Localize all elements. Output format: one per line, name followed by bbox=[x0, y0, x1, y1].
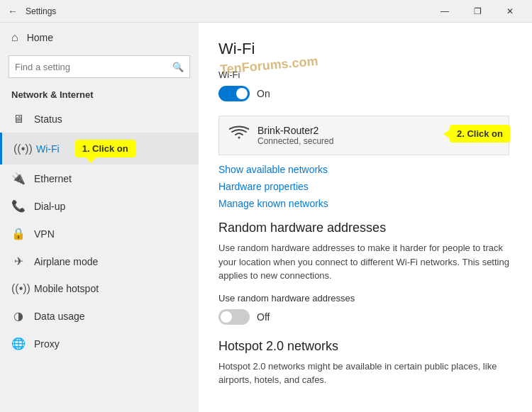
sidebar-item-proxy[interactable]: 🌐 Proxy bbox=[0, 330, 199, 357]
hotspot20-desc: Hotspot 2.0 networks might be available … bbox=[218, 360, 509, 387]
maximize-button[interactable]: ❐ bbox=[461, 0, 494, 23]
sidebar-label-vpn: VPN bbox=[34, 228, 55, 240]
sidebar-label-ethernet: Ethernet bbox=[34, 173, 72, 184]
window-controls: — ❐ ✕ bbox=[428, 0, 526, 23]
sidebar-label-airplane: Airplane mode bbox=[34, 256, 98, 267]
search-input[interactable] bbox=[15, 62, 172, 72]
random-hardware-heading: Random hardware addresses bbox=[218, 221, 509, 235]
sidebar-section-title: Network & Internet bbox=[0, 87, 199, 106]
home-label: Home bbox=[27, 32, 53, 43]
random-toggle-row: Off bbox=[218, 309, 509, 325]
callout-1: 1. Click on bbox=[75, 140, 135, 157]
sidebar-label-proxy: Proxy bbox=[34, 338, 60, 350]
sidebar-item-datausage[interactable]: ◑ Data usage bbox=[0, 302, 199, 330]
sidebar-item-home[interactable]: ⌂ Home bbox=[0, 23, 199, 52]
airplane-icon: ✈ bbox=[11, 255, 26, 268]
close-button[interactable]: ✕ bbox=[494, 0, 526, 23]
sidebar-item-airplane[interactable]: ✈ Airplane mode bbox=[0, 247, 199, 275]
page-title: Wi-Fi bbox=[218, 40, 509, 58]
content-area: TenForums.com Wi-Fi Wi-Fi On bbox=[199, 23, 532, 412]
links-section: Show available networks Hardware propert… bbox=[218, 164, 509, 209]
random-toggle[interactable] bbox=[218, 309, 250, 325]
app-body: ⌂ Home 🔍 Network & Internet 🖥 Status ((•… bbox=[0, 23, 532, 412]
sidebar-label-datausage: Data usage bbox=[34, 311, 85, 322]
random-toggle-label: Off bbox=[257, 311, 270, 323]
manage-known-networks-link[interactable]: Manage known networks bbox=[218, 198, 509, 209]
dialup-icon: 📞 bbox=[11, 199, 26, 213]
wifi-toggle-thumb bbox=[236, 88, 248, 99]
window-title: Settings bbox=[26, 6, 56, 16]
network-name: Brink-Router2 bbox=[257, 125, 333, 136]
sidebar-item-wifi[interactable]: ((•)) Wi-Fi 1. Click on bbox=[0, 133, 199, 165]
network-details: Brink-Router2 Connected, secured bbox=[257, 125, 333, 146]
sidebar-item-ethernet[interactable]: 🔌 Ethernet bbox=[0, 165, 199, 192]
network-status: Connected, secured bbox=[257, 136, 333, 146]
wifi-signal-icon bbox=[229, 125, 249, 146]
sidebar-item-hotspot[interactable]: ((•)) Mobile hotspot bbox=[0, 275, 199, 302]
ethernet-icon: 🔌 bbox=[11, 172, 26, 185]
show-available-networks-link[interactable]: Show available networks bbox=[218, 164, 509, 175]
sidebar-item-vpn[interactable]: 🔒 VPN bbox=[0, 220, 199, 247]
wifi-toggle-row: On bbox=[218, 86, 509, 101]
hotspot-icon: ((•)) bbox=[11, 282, 26, 295]
sidebar-label-dialup: Dial-up bbox=[34, 201, 65, 212]
random-hardware-desc: Use random hardware addresses to make it… bbox=[218, 241, 509, 283]
minimize-button[interactable]: — bbox=[428, 0, 461, 23]
sidebar-item-status[interactable]: 🖥 Status bbox=[0, 106, 199, 133]
title-bar-left: ← Settings bbox=[6, 6, 428, 17]
callout-2: 2. Click on bbox=[450, 125, 510, 143]
hardware-properties-link[interactable]: Hardware properties bbox=[218, 181, 509, 192]
sidebar: ⌂ Home 🔍 Network & Internet 🖥 Status ((•… bbox=[0, 23, 199, 412]
wifi-toggle[interactable] bbox=[218, 86, 250, 101]
vpn-icon: 🔒 bbox=[11, 227, 26, 240]
wifi-section-label: Wi-Fi bbox=[218, 69, 509, 80]
back-button[interactable]: ← bbox=[6, 6, 20, 17]
sidebar-label-hotspot: Mobile hotspot bbox=[34, 283, 99, 294]
wifi-toggle-label: On bbox=[257, 88, 270, 99]
network-info: Brink-Router2 Connected, secured bbox=[229, 125, 333, 146]
status-icon: 🖥 bbox=[11, 113, 26, 126]
hotspot20-heading: Hotspot 2.0 networks bbox=[218, 339, 509, 354]
random-toggle-thumb bbox=[221, 311, 232, 323]
title-bar: ← Settings — ❐ ✕ bbox=[0, 0, 532, 23]
proxy-icon: 🌐 bbox=[11, 337, 26, 350]
home-icon: ⌂ bbox=[11, 31, 18, 44]
use-random-label: Use random hardware addresses bbox=[218, 293, 509, 304]
network-card[interactable]: Brink-Router2 Connected, secured 2. Clic… bbox=[218, 116, 509, 155]
search-box[interactable]: 🔍 bbox=[9, 55, 190, 78]
sidebar-item-dialup[interactable]: 📞 Dial-up bbox=[0, 192, 199, 220]
sidebar-label-wifi: Wi-Fi bbox=[36, 143, 60, 155]
wifi-nav-icon: ((•)) bbox=[13, 143, 28, 155]
sidebar-label-status: Status bbox=[34, 113, 62, 125]
datausage-icon: ◑ bbox=[11, 309, 26, 323]
search-icon: 🔍 bbox=[172, 62, 184, 72]
